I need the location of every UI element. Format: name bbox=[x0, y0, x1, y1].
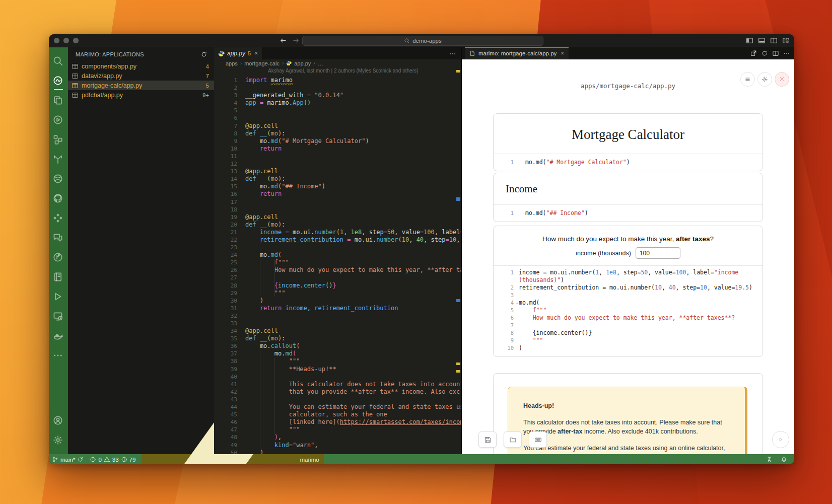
indent-guide bbox=[260, 343, 260, 454]
notifications-status[interactable] bbox=[778, 454, 790, 464]
close-tab-icon[interactable]: × bbox=[254, 50, 258, 57]
problems-status[interactable]: 0 33 79 bbox=[87, 454, 138, 464]
more-actions-icon[interactable] bbox=[783, 50, 790, 57]
tab-app-py[interactable]: app.py 5 × bbox=[214, 47, 262, 59]
open-folder-button[interactable] bbox=[504, 431, 522, 448]
cell-code[interactable]: 1mo.md("# Mortgage Calculator") bbox=[494, 154, 762, 171]
sphere-icon[interactable] bbox=[52, 173, 64, 185]
editor-actions-more-icon[interactable]: ⋯ bbox=[449, 47, 456, 59]
activity-bar bbox=[49, 47, 68, 454]
zoom-window-button[interactable] bbox=[73, 38, 79, 43]
callout-title: Heads-up! bbox=[523, 401, 732, 410]
save-button[interactable] bbox=[478, 431, 497, 448]
cell-code[interactable]: 1income = mo.ui.number(1, 1e8, step=50, … bbox=[494, 265, 762, 352]
customize-layout-icon[interactable] bbox=[782, 37, 790, 44]
code-line: 22 retirement_contribution = mo.ui.numbe… bbox=[214, 236, 461, 244]
code-line: 35def __(mo): bbox=[214, 335, 461, 342]
code-line: (thousands)") bbox=[501, 276, 762, 284]
breadcrumb-item[interactable]: app.py bbox=[294, 60, 311, 66]
split-editor-icon[interactable] bbox=[772, 50, 779, 57]
input-label: income (thousands) bbox=[576, 250, 631, 257]
command-center-search[interactable]: demo-apps bbox=[302, 36, 543, 46]
window-controls bbox=[54, 38, 79, 43]
refresh-icon[interactable] bbox=[200, 51, 207, 58]
code-line: 38 """ bbox=[214, 357, 461, 365]
git-blame-annotation: Akshay Agrawal, last month | 2 authors (… bbox=[214, 67, 461, 75]
close-tab-icon[interactable]: × bbox=[561, 50, 564, 57]
save-icon bbox=[484, 436, 492, 444]
tab-marimo-webview[interactable]: marimo: mortgage-calc/app.py × bbox=[465, 47, 569, 59]
code-line: 18 bbox=[214, 206, 461, 213]
breadcrumb-item[interactable]: … bbox=[318, 60, 323, 66]
marimo-icon[interactable] bbox=[52, 75, 64, 87]
test-run-icon[interactable] bbox=[52, 114, 64, 126]
app-title: Mortgage Calculator bbox=[494, 114, 762, 154]
ports-status[interactable] bbox=[763, 454, 776, 464]
sidebar-item[interactable]: mortgage-calc/app.py5 bbox=[68, 81, 214, 90]
sidebar-title: MARIMO: APPLICATIONS bbox=[76, 51, 144, 57]
python-icon bbox=[286, 60, 292, 66]
search-icon[interactable] bbox=[52, 55, 64, 67]
refresh-icon[interactable] bbox=[761, 50, 768, 57]
branch-circle-icon[interactable] bbox=[52, 252, 64, 264]
section-heading: Income bbox=[494, 173, 762, 204]
sidebar-item[interactable]: components/app.py4 bbox=[68, 61, 214, 71]
breadcrumb[interactable]: apps› mortgage-calc› app.py› … bbox=[214, 59, 461, 67]
question-text: How much do you expect to make this year… bbox=[494, 226, 762, 243]
run-app-button[interactable] bbox=[772, 431, 789, 448]
radio-tower-icon bbox=[766, 456, 773, 463]
toggle-secondary-sidebar-icon[interactable] bbox=[770, 37, 778, 44]
remote-explorer-icon[interactable] bbox=[52, 311, 64, 323]
code-line: 41 This calculator does not take taxes i… bbox=[214, 381, 461, 388]
income-input[interactable] bbox=[636, 247, 680, 259]
sidebar-item-label: mortgage-calc/app.py bbox=[82, 82, 206, 89]
code-line: 15 mo.md("## Income") bbox=[214, 183, 461, 190]
terraform-icon[interactable] bbox=[52, 154, 64, 166]
close-window-button[interactable] bbox=[54, 38, 59, 43]
extensions-icon[interactable] bbox=[52, 212, 64, 225]
search-icon bbox=[404, 38, 410, 44]
toggle-panel-icon[interactable] bbox=[758, 37, 766, 44]
debug-icon[interactable] bbox=[52, 291, 64, 303]
app-file-icon bbox=[72, 73, 79, 80]
toggle-sidebar-icon[interactable] bbox=[746, 37, 753, 44]
breadcrumb-item[interactable]: apps bbox=[226, 60, 238, 66]
code-line: 16 return bbox=[214, 190, 461, 198]
code-line: 7 bbox=[501, 322, 762, 329]
comments-icon[interactable] bbox=[52, 232, 64, 244]
cell-code[interactable]: 1mo.md("## Income") bbox=[494, 204, 762, 222]
code-line: 8 {income.center()} bbox=[501, 329, 762, 337]
marimo-status-item[interactable]: marimo bbox=[142, 454, 324, 464]
cell-card-income: Income 1mo.md("## Income") bbox=[493, 173, 763, 222]
copy-icon[interactable] bbox=[52, 95, 64, 107]
git-branch-status[interactable]: main* bbox=[49, 454, 87, 464]
code-line: 30 ) bbox=[214, 297, 461, 305]
code-line: 1mo.md("# Mortgage Calculator") bbox=[501, 159, 762, 166]
symbols-icon[interactable] bbox=[52, 134, 64, 146]
indent-guide bbox=[260, 137, 260, 153]
docker-icon[interactable] bbox=[52, 330, 64, 342]
more-icon[interactable] bbox=[52, 350, 64, 362]
code-editor[interactable]: 1import marimo23__generated_with = "0.0.… bbox=[214, 75, 461, 454]
open-external-icon[interactable] bbox=[750, 50, 757, 57]
fold-chevron-icon[interactable]: ⌄ bbox=[516, 299, 518, 306]
chevron-right-icon: › bbox=[240, 60, 242, 66]
keyboard-icon bbox=[534, 436, 542, 444]
sidebar-item[interactable]: pdfchat/app.py9+ bbox=[68, 90, 214, 100]
desktop: demo-apps MARIMO: APPLICATIONS component… bbox=[0, 0, 832, 504]
history-forward-icon[interactable] bbox=[292, 37, 300, 44]
minimize-window-button[interactable] bbox=[63, 38, 69, 43]
history-back-icon[interactable] bbox=[280, 37, 287, 44]
tab-label: marimo: mortgage-calc/app.py bbox=[478, 50, 557, 56]
github-icon[interactable] bbox=[52, 193, 64, 205]
sidebar-item[interactable]: dataviz/app.py7 bbox=[68, 71, 214, 81]
code-line: 46 [linked here](https://smartasset.com/… bbox=[214, 418, 461, 426]
keyboard-shortcuts-button[interactable] bbox=[529, 431, 547, 448]
settings-icon[interactable] bbox=[52, 435, 64, 447]
breadcrumb-item[interactable]: mortgage-calc bbox=[244, 60, 280, 66]
code-line: 23 bbox=[214, 244, 461, 251]
indent-guide bbox=[274, 259, 275, 297]
account-icon[interactable] bbox=[52, 415, 64, 427]
notebook-icon[interactable] bbox=[52, 271, 64, 283]
code-line: 43 bbox=[214, 396, 461, 403]
